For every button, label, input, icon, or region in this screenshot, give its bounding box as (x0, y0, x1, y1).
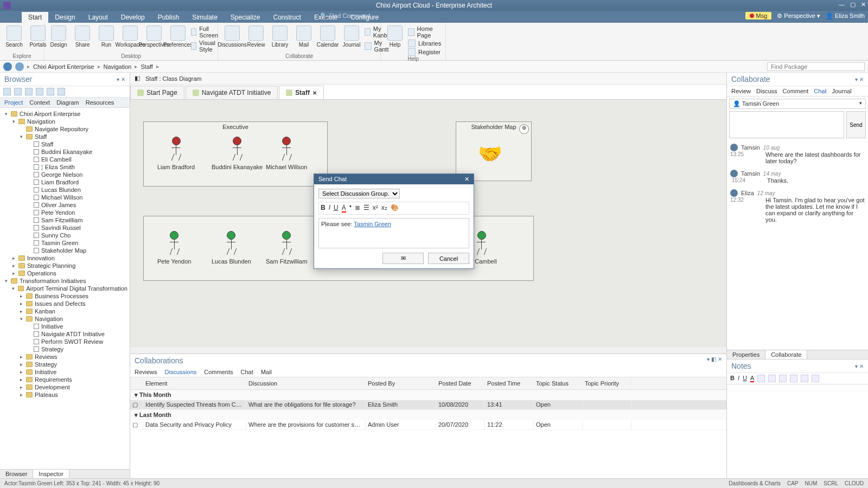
ribbon-tab-develop[interactable]: Develop (114, 12, 151, 23)
tree-node[interactable]: ▾Chixi Airport Enterprise (0, 110, 130, 118)
tree-node[interactable]: Sam Fitzwilliam (0, 216, 130, 224)
visual-style-button[interactable]: Visual Style (191, 40, 220, 53)
chat-body-editor[interactable]: Please see: Tasmin Green (318, 218, 469, 248)
horizontal-scrollbar[interactable] (130, 346, 726, 354)
libraries-button[interactable]: Libraries (408, 40, 442, 47)
cancel-button[interactable]: Cancel (428, 253, 469, 264)
browser-view-resources[interactable]: Resources (86, 99, 114, 106)
preferences-button[interactable]: Preferences (167, 24, 189, 49)
actor-liam-bradford[interactable]: Liam Bradford (157, 137, 195, 170)
tree-node[interactable]: ▾Staff (0, 133, 130, 140)
tree-node[interactable]: ▸Strategy (0, 361, 130, 368)
full-screen-button[interactable]: Full Screen (191, 25, 220, 38)
subscript-icon[interactable] (790, 375, 797, 382)
column-header[interactable]: Discussion (246, 379, 366, 388)
underline-icon[interactable]: U (334, 204, 339, 213)
journal-button[interactable]: Journal (341, 24, 362, 49)
notes-editor[interactable] (727, 384, 868, 478)
search-button[interactable]: Search (3, 24, 25, 49)
tree-node[interactable]: ▸Operations (0, 269, 130, 277)
chat-send-button[interactable]: Send (846, 111, 866, 138)
discussions-button[interactable]: Discussions (221, 24, 243, 49)
register-button[interactable]: Register (408, 48, 442, 56)
bottom-tab-browser[interactable]: Browser (0, 470, 33, 478)
browser-view-project[interactable]: Project (4, 99, 23, 106)
actor-lucas-blunden[interactable]: Lucas Blunden (212, 231, 251, 265)
bullets-icon[interactable] (757, 375, 765, 382)
table-row[interactable]: ▢Data Security and Privacy PolicyWhere a… (130, 420, 726, 430)
home-page-button[interactable]: Home Page (408, 25, 442, 38)
tree-node[interactable]: Pete Yendon (0, 209, 130, 216)
ribbon-tab-construct[interactable]: Construct (267, 12, 308, 23)
tree-node[interactable]: ▾Navigation (0, 315, 130, 323)
tree-node[interactable]: ▸Plateaus (0, 391, 130, 399)
superscript-icon[interactable] (779, 375, 787, 382)
tree-node[interactable]: Liam Bradford (0, 178, 130, 186)
column-header[interactable] (130, 379, 143, 388)
collab-tab-mail[interactable]: Mail (261, 369, 272, 375)
perspectives-button[interactable]: Perspectives (143, 24, 165, 49)
insert-icon[interactable] (801, 375, 808, 382)
column-header[interactable]: Topic Priority (583, 379, 631, 388)
palette-icon[interactable]: 🎨 (391, 204, 399, 213)
tree-node[interactable]: ▸Reviews (0, 353, 130, 361)
chat-target-selector[interactable]: 👤 Tamsin Green▾ (729, 99, 866, 109)
tree-node[interactable]: Buddini Ekanayake (0, 148, 130, 156)
underline-icon[interactable]: U (743, 375, 747, 382)
tree-node[interactable]: Stakeholder Map (0, 247, 130, 254)
help-button[interactable]: Help (384, 24, 406, 49)
down-icon[interactable] (25, 88, 33, 95)
tree-node[interactable]: Savindi Russel (0, 224, 130, 232)
numbering-icon[interactable]: ☰ (363, 204, 369, 213)
tree-node[interactable]: George Nielson (0, 171, 130, 178)
browser-view-context[interactable]: Context (29, 99, 50, 106)
actor-pete-yendon[interactable]: Pete Yendon (157, 231, 191, 265)
tree-node[interactable]: ▸Innovation (0, 254, 130, 262)
table-group-header[interactable]: ▾ This Month (130, 390, 726, 400)
subscript-icon[interactable]: x₂ (381, 204, 387, 213)
tree-node[interactable]: Eli Cambell (0, 156, 130, 163)
workspaces-button[interactable]: Workspaces (119, 24, 141, 49)
hyperlink-icon[interactable] (812, 375, 819, 382)
collab-right-tab-comment[interactable]: Comment (783, 88, 809, 94)
share-button[interactable]: Share (72, 24, 93, 49)
doc-tab-start-page[interactable]: Start Page (130, 86, 184, 99)
doc-tab-navigate-atdt-initiative[interactable]: Navigate ATDT Initiative (186, 86, 278, 99)
browser-tree[interactable]: ▾Chixi Airport Enterprise▾NavigationNavi… (0, 108, 130, 469)
table-row[interactable]: ▢Identify Suspected Threats from Camera … (130, 400, 726, 410)
panel-menu-icon[interactable]: ▾ ✕ (117, 76, 125, 82)
notes-panel-controls[interactable]: ▾ ✕ (855, 363, 864, 369)
tree-node[interactable]: ▸Business Processes (0, 292, 130, 300)
minimize-button[interactable]: — (839, 1, 845, 8)
tree-node[interactable]: ▸Strategic Planning (0, 262, 130, 269)
collab-tab-chat[interactable]: Chat (240, 369, 253, 375)
bottom-tab-inspector[interactable]: Inspector (33, 470, 69, 478)
collaborate-panel-controls[interactable]: ▾ ✕ (855, 76, 864, 82)
column-header[interactable]: Posted Date (436, 379, 485, 388)
tree-node[interactable]: ▾Airport Terminal Digital Transformation (0, 285, 130, 292)
breadcrumb-item[interactable]: Staff (141, 63, 152, 70)
stakeholder-expand-icon[interactable]: ⊕ (519, 124, 529, 134)
tree-node[interactable]: Oliver James (0, 201, 130, 209)
up-icon[interactable] (14, 88, 22, 95)
italic-icon[interactable]: I (738, 375, 739, 382)
tree-node[interactable]: Navigate ATDT Initiative (0, 330, 130, 338)
nav-forward-button[interactable] (15, 62, 24, 71)
actor-michael-willson[interactable]: Michael Willson (266, 137, 307, 170)
calendar-button[interactable]: Calendar (317, 24, 339, 49)
tree-node[interactable]: Strategy (0, 345, 130, 353)
ribbon-tab-start[interactable]: Start (22, 12, 48, 23)
right-bottom-tab-collaborate[interactable]: Collaborate (765, 350, 807, 359)
hyperlink-tasmin[interactable]: Tasmin Green (354, 221, 391, 227)
browser-view-diagram[interactable]: Diagram (56, 99, 79, 106)
collab-right-tab-chat[interactable]: Chat (814, 88, 826, 94)
bullets-icon[interactable]: ≣ (355, 204, 360, 213)
collab-tab-discussions[interactable]: Discussions (165, 369, 197, 375)
actor-buddini-ekanayake[interactable]: Buddini Ekanayake (212, 137, 263, 170)
tree-node[interactable]: Michael Willson (0, 194, 130, 201)
numbering-icon[interactable] (768, 375, 776, 382)
design-button[interactable]: Design (48, 24, 69, 49)
font-color-icon[interactable]: A (342, 204, 346, 213)
column-header[interactable]: Element (143, 379, 246, 388)
maximize-button[interactable]: ▢ (850, 1, 856, 8)
